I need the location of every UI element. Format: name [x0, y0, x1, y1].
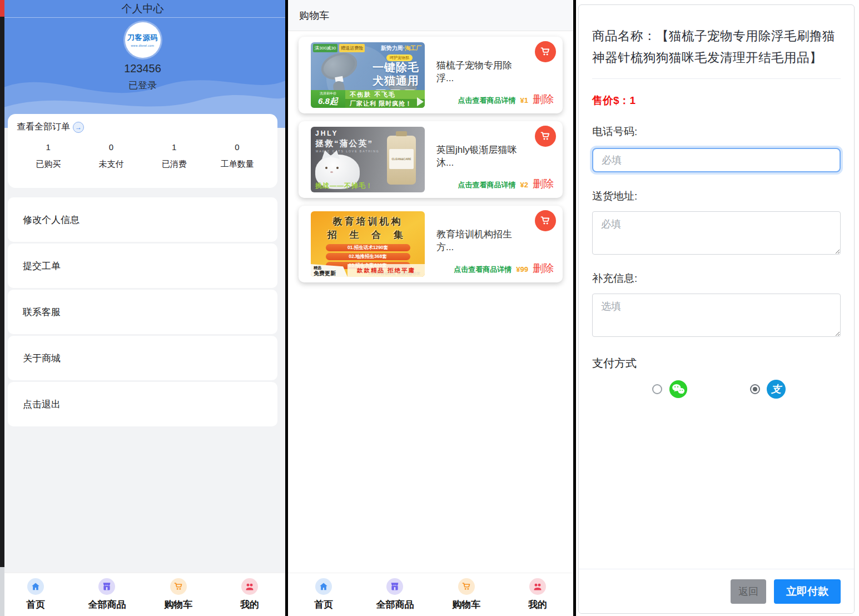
order-form: 商品名称：【猫梳子宠物专用除浮毛刷撸猫神器针梳狗狗猫咪毛发清理开结毛用品】 售价…	[579, 25, 854, 399]
cart-list: 满300减30 赠送运费险 新势力周·淘工厂 呵护宠物肌 一键除毛 犬猫通用	[288, 31, 573, 282]
stat-label: 未支付	[80, 159, 142, 170]
bottle-label: CLEAN&CARE	[389, 149, 414, 169]
item-meta: 点击查看商品详情 ¥1 删除	[458, 92, 554, 107]
cart-icon	[170, 578, 187, 595]
ad-cat-shampoo: JHLY 拯救“蒲公英” MAGIC CATS LOVE BATHING CLE…	[311, 127, 425, 192]
nav-label: 全部商品	[88, 598, 126, 611]
order-card: 商品名称：【猫梳子宠物专用除浮毛刷撸猫神器针梳狗狗猫咪毛发清理开结毛用品】 售价…	[578, 4, 855, 614]
ad-brand: JHLY	[315, 130, 339, 137]
bottom-nav: 首页 全部商品 购物车 我的	[0, 573, 285, 616]
delete-button[interactable]: 删除	[533, 92, 554, 107]
ad-headline-line: 一键除毛	[373, 61, 419, 74]
scrollbar-thumb[interactable]	[0, 17, 4, 567]
menu-item-about-mall[interactable]: 关于商城	[8, 336, 277, 380]
home-icon	[27, 578, 44, 595]
stat-value: 1	[143, 142, 206, 152]
back-button[interactable]: 返回	[731, 579, 766, 604]
orders-summary-card: 查看全部订单 → 1 已购买 0 未支付 1 已消费 0 工单数量	[8, 114, 277, 188]
menu-item-contact-support[interactable]: 联系客服	[8, 290, 277, 334]
stat-value: 1	[17, 142, 80, 152]
bottom-nav: 首页 全部商品 购物车 我的	[288, 573, 573, 616]
alipay-radio[interactable]	[750, 384, 760, 394]
username: 123456	[0, 62, 285, 75]
nav-label: 购物车	[452, 598, 480, 611]
ad-education: 教育培训机构 招 生 合 集 01.招生话术1290套 02.地推招生368套 …	[311, 211, 425, 277]
ad-headline-line: 教育培训机构	[311, 211, 425, 228]
home-icon	[315, 578, 332, 595]
wechat-icon[interactable]	[669, 380, 688, 399]
ad-headline: 拯救“蒲公英”	[315, 138, 373, 149]
nav-item-home[interactable]: 首页	[0, 573, 71, 616]
stat-consumed: 1 已消费	[143, 142, 206, 170]
phone-label: 电话号码:	[592, 125, 841, 139]
product-title: 猫梳子宠物专用除浮...	[436, 59, 527, 85]
ad-headline-line: 招 生 合 集	[311, 228, 425, 241]
nav-label: 我的	[528, 598, 547, 611]
address-textarea[interactable]	[592, 211, 841, 255]
stat-label: 已消费	[143, 159, 206, 170]
cart-item-brush: 满300减30 赠送运费险 新势力周·淘工厂 呵护宠物肌 一键除毛 犬猫通用	[299, 37, 563, 113]
personal-center-panel: 个人中心 刀客源码 www.dkewl.com 123456 已登录 查看全部订…	[0, 0, 285, 616]
product-image: JHLY 拯救“蒲公英” MAGIC CATS LOVE BATHING CLE…	[311, 127, 425, 192]
nav-item-cart[interactable]: 购物车	[143, 573, 214, 616]
extra-info-textarea[interactable]	[592, 294, 841, 337]
order-stats: 1 已购买 0 未支付 1 已消费 0 工单数量	[17, 142, 269, 170]
payment-option-alipay[interactable]: 支	[750, 380, 786, 399]
arrow-right-icon[interactable]: →	[73, 122, 84, 133]
ad-slogan: 款款精品 拒绝平庸	[347, 264, 425, 277]
order-product-name: 商品名称：【猫梳子宠物专用除浮毛刷撸猫神器针梳狗狗猫咪毛发清理开结毛用品】	[592, 25, 841, 79]
view-detail-link[interactable]: 点击查看商品详情	[454, 265, 512, 275]
order-price: 售价$：1	[592, 93, 841, 108]
scrollbar-track	[0, 567, 4, 616]
nav-label: 首页	[26, 598, 45, 611]
ad-price-box: 洗澡刷半价 6.8起	[311, 90, 345, 108]
item-price: ¥1	[520, 96, 528, 105]
cart-badge-icon	[535, 126, 556, 147]
users-icon	[241, 578, 258, 595]
stat-label: 工单数量	[206, 159, 269, 170]
payment-option-wechat[interactable]	[652, 380, 688, 399]
item-price: ¥99	[516, 265, 528, 274]
ad-banner-text: 新势力周·	[381, 45, 405, 51]
cart-panel: 购物车 满300减30 赠送运费险 新势力周·淘工厂 呵护	[288, 0, 573, 616]
users-icon	[529, 578, 546, 595]
delete-button[interactable]: 删除	[533, 261, 554, 276]
bottle-shape: CLEAN&CARE	[387, 136, 416, 185]
nav-item-me[interactable]: 我的	[502, 573, 573, 616]
payment-method-label: 支付方式	[592, 356, 841, 371]
menu-item-edit-profile[interactable]: 修改个人信息	[8, 197, 277, 242]
nav-item-cart[interactable]: 购物车	[431, 573, 502, 616]
stat-unpaid: 0 未支付	[80, 142, 142, 170]
menu-item-logout[interactable]: 点击退出	[8, 382, 277, 426]
nav-item-all-products[interactable]: 全部商品	[71, 573, 142, 616]
address-label: 送货地址:	[592, 189, 841, 203]
extra-info-label: 补充信息:	[592, 271, 841, 286]
cart-badge-icon	[535, 41, 556, 62]
pay-now-button[interactable]: 立即付款	[774, 579, 841, 604]
nav-label: 首页	[314, 598, 333, 611]
product-image: 教育培训机构 招 生 合 集 01.招生话术1290套 02.地推招生368套 …	[311, 211, 425, 277]
stat-purchased: 1 已购买	[17, 142, 80, 170]
view-detail-link[interactable]: 点击查看商品详情	[458, 96, 516, 106]
view-all-orders-label: 查看全部订单	[17, 121, 70, 133]
nav-item-all-products[interactable]: 全部商品	[359, 573, 430, 616]
phone-input[interactable]	[592, 148, 841, 172]
avatar[interactable]: 刀客源码 www.dkewl.com	[125, 22, 161, 58]
stat-tickets: 0 工单数量	[206, 142, 269, 170]
scrollbar-top-marker	[0, 0, 4, 17]
wechat-radio[interactable]	[652, 384, 662, 394]
stat-label: 已购买	[17, 159, 80, 170]
view-all-orders-link[interactable]: 查看全部订单 →	[17, 121, 269, 133]
app-root: 个人中心 刀客源码 www.dkewl.com 123456 已登录 查看全部订…	[0, 0, 859, 616]
cart-item-education: 教育培训机构 招 生 合 集 01.招生话术1290套 02.地推招生368套 …	[299, 206, 563, 282]
nav-item-home[interactable]: 首页	[288, 573, 359, 616]
view-detail-link[interactable]: 点击查看商品详情	[458, 180, 516, 190]
store-icon	[386, 578, 403, 595]
delete-button[interactable]: 删除	[533, 177, 554, 191]
alipay-icon[interactable]: 支	[767, 380, 786, 399]
cat-nose	[330, 171, 333, 173]
menu-item-submit-ticket[interactable]: 提交工单	[8, 244, 277, 288]
nav-item-me[interactable]: 我的	[214, 573, 285, 616]
ad-corner: 精选 免费更新	[311, 264, 347, 277]
order-form-panel: 商品名称：【猫梳子宠物专用除浮毛刷撸猫神器针梳狗狗猫咪毛发清理开结毛用品】 售价…	[576, 0, 859, 616]
